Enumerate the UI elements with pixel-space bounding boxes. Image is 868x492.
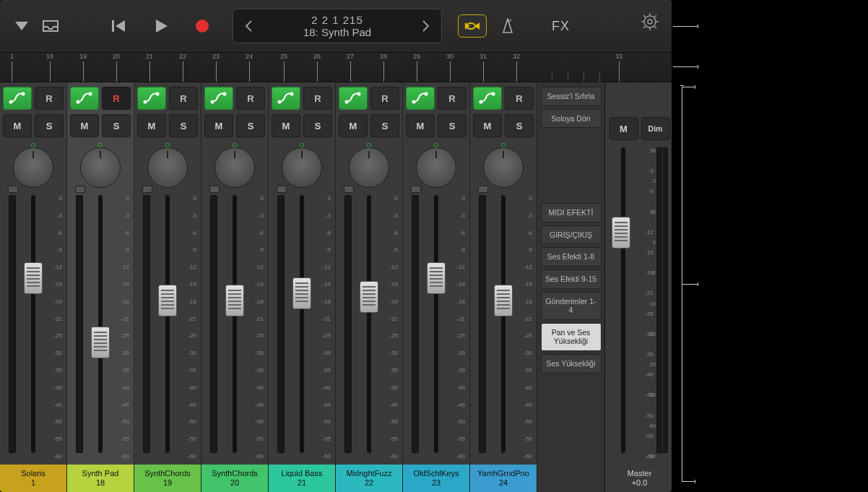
record-enable-button[interactable]: R bbox=[35, 87, 64, 110]
track-name-bar[interactable]: OldSchlKeys23 bbox=[403, 465, 469, 492]
track-name-bar[interactable]: YamhGrndPno24 bbox=[470, 465, 537, 492]
pan-knob[interactable] bbox=[144, 144, 191, 191]
master-fader-track[interactable] bbox=[621, 147, 625, 453]
channel-strip[interactable]: RMS0-3-6-9-12-15-18-21-25-30-35-40-45-50… bbox=[0, 82, 67, 492]
pan-knob[interactable] bbox=[346, 144, 392, 191]
panel-section-button[interactable]: GİRİŞ/ÇIKIŞ bbox=[541, 225, 602, 245]
volume-fader-thumb[interactable] bbox=[24, 262, 43, 294]
channel-strip[interactable]: RMS0-3-6-9-12-15-18-21-25-30-35-40-45-50… bbox=[201, 82, 269, 492]
channel-strip[interactable]: RMS0-3-6-9-12-15-18-21-25-30-35-40-45-50… bbox=[470, 82, 537, 492]
pan-knob[interactable] bbox=[413, 144, 459, 191]
settings-gear-icon[interactable] bbox=[641, 13, 659, 30]
solo-button[interactable]: S bbox=[236, 114, 265, 137]
track-name-bar[interactable]: SynthChords19 bbox=[134, 465, 201, 492]
cycle-button[interactable] bbox=[458, 14, 487, 38]
panel-section-button[interactable]: MIDI EFEKTİ bbox=[541, 203, 602, 223]
input-route-button[interactable] bbox=[406, 87, 435, 110]
track-name-bar[interactable]: Synth Pad18 bbox=[67, 465, 134, 492]
mute-button[interactable]: M bbox=[137, 114, 166, 137]
solo-button[interactable]: S bbox=[303, 114, 332, 137]
pan-knob[interactable] bbox=[212, 144, 258, 191]
volume-fader-track[interactable] bbox=[98, 195, 103, 453]
track-name-bar[interactable]: SynthChords20 bbox=[201, 465, 268, 492]
fx-button[interactable]: FX bbox=[552, 19, 570, 34]
mute-button[interactable]: M bbox=[406, 114, 435, 137]
track-name-bar[interactable]: Liquid Bass21 bbox=[269, 465, 335, 492]
volume-fader-thumb[interactable] bbox=[158, 285, 177, 316]
panel-button[interactable]: Sessiz'i Sıfırla bbox=[541, 87, 602, 106]
mute-button[interactable]: M bbox=[204, 114, 233, 137]
track-name-bar[interactable]: MidnghtFuzz22 bbox=[336, 465, 402, 492]
panel-section-button[interactable]: Ses Efekti 1-8 bbox=[541, 247, 602, 267]
record-enable-button[interactable]: R bbox=[438, 87, 466, 110]
volume-fader-thumb[interactable] bbox=[225, 285, 244, 316]
pan-knob[interactable] bbox=[480, 144, 526, 191]
metronome-icon[interactable] bbox=[495, 14, 520, 38]
input-route-button[interactable] bbox=[339, 87, 368, 110]
volume-fader-thumb[interactable] bbox=[91, 327, 110, 358]
input-route-button[interactable] bbox=[70, 87, 99, 110]
volume-fader-thumb[interactable] bbox=[292, 277, 311, 309]
record-enable-button[interactable]: R bbox=[169, 87, 198, 110]
dropdown-menu-icon[interactable] bbox=[9, 13, 35, 39]
volume-fader-track[interactable] bbox=[434, 195, 438, 453]
inbox-icon[interactable] bbox=[38, 13, 64, 39]
bar-ruler[interactable]: 118192021222324252627282930313233 bbox=[0, 52, 672, 82]
play-button[interactable] bbox=[149, 13, 175, 39]
panel-section-button[interactable]: Gönderimler 1-4 bbox=[541, 292, 602, 320]
panel-section-button[interactable]: Ses Efekti 9-15 bbox=[541, 269, 602, 289]
solo-button[interactable]: S bbox=[438, 114, 466, 137]
solo-button[interactable]: S bbox=[169, 114, 198, 137]
volume-fader-track[interactable] bbox=[367, 195, 371, 453]
pan-knob[interactable] bbox=[10, 144, 56, 191]
channel-strip[interactable]: RMS0-3-6-9-12-15-18-21-25-30-35-40-45-50… bbox=[269, 82, 336, 492]
master-fader-thumb[interactable] bbox=[612, 217, 630, 249]
pan-knob[interactable] bbox=[279, 144, 325, 191]
panel-button[interactable]: Soloya Dön bbox=[541, 109, 602, 129]
lcd-position: 2 2 1 215 bbox=[303, 14, 371, 26]
input-route-button[interactable] bbox=[137, 87, 166, 110]
channel-strip[interactable]: RMS0-3-6-9-12-15-18-21-25-30-35-40-45-50… bbox=[403, 82, 470, 492]
mute-button[interactable]: M bbox=[473, 114, 502, 137]
lcd-next-icon[interactable] bbox=[420, 17, 433, 35]
channel-strip[interactable]: RMS0-3-6-9-12-15-18-21-25-30-35-40-45-50… bbox=[134, 82, 201, 492]
mute-button[interactable]: M bbox=[70, 114, 99, 137]
record-enable-button[interactable]: R bbox=[102, 87, 131, 110]
input-route-button[interactable] bbox=[3, 87, 32, 110]
solo-button[interactable]: S bbox=[35, 114, 64, 137]
input-route-button[interactable] bbox=[473, 87, 502, 110]
record-enable-button[interactable]: R bbox=[505, 87, 534, 110]
input-route-button[interactable] bbox=[204, 87, 233, 110]
input-route-button[interactable] bbox=[272, 87, 300, 110]
volume-fader-thumb[interactable] bbox=[427, 262, 446, 294]
solo-button[interactable]: S bbox=[370, 114, 399, 137]
record-enable-button[interactable]: R bbox=[303, 87, 332, 110]
volume-fader-track[interactable] bbox=[233, 195, 237, 453]
go-to-start-button[interactable] bbox=[105, 13, 131, 39]
solo-button[interactable]: S bbox=[505, 114, 534, 137]
volume-fader-thumb[interactable] bbox=[494, 285, 513, 316]
volume-fader-track[interactable] bbox=[165, 195, 170, 453]
mute-button[interactable]: M bbox=[272, 114, 300, 137]
master-strip[interactable]: MDim630361015203040600-3-6-9-12-15-18-21… bbox=[605, 82, 672, 492]
volume-fader-track[interactable] bbox=[31, 195, 35, 453]
lcd-prev-icon[interactable] bbox=[242, 17, 255, 35]
pan-knob[interactable] bbox=[77, 144, 123, 191]
lcd-display[interactable]: 2 2 1 215 18: Synth Pad bbox=[233, 9, 442, 43]
record-enable-button[interactable]: R bbox=[370, 87, 399, 110]
volume-fader-track[interactable] bbox=[300, 195, 304, 453]
track-name-bar[interactable]: Solaris1 bbox=[0, 465, 66, 492]
channel-strip[interactable]: RMS0-3-6-9-12-15-18-21-25-30-35-40-45-50… bbox=[67, 82, 134, 492]
volume-fader-thumb[interactable] bbox=[360, 281, 378, 313]
volume-fader-track[interactable] bbox=[501, 195, 505, 453]
panel-section-button[interactable]: Ses Yüksekliği bbox=[541, 354, 602, 374]
record-enable-button[interactable]: R bbox=[236, 87, 265, 110]
mute-button[interactable]: M bbox=[339, 114, 368, 137]
master-dim-button[interactable]: Dim bbox=[641, 117, 670, 140]
mute-button[interactable]: M bbox=[3, 114, 32, 137]
master-mute-button[interactable]: M bbox=[609, 117, 638, 140]
channel-strip[interactable]: RMS0-3-6-9-12-15-18-21-25-30-35-40-45-50… bbox=[336, 82, 403, 492]
panel-section-button[interactable]: Pan ve Ses Yüksekliği bbox=[541, 323, 602, 351]
solo-button[interactable]: S bbox=[102, 114, 131, 137]
record-button[interactable] bbox=[189, 13, 215, 39]
